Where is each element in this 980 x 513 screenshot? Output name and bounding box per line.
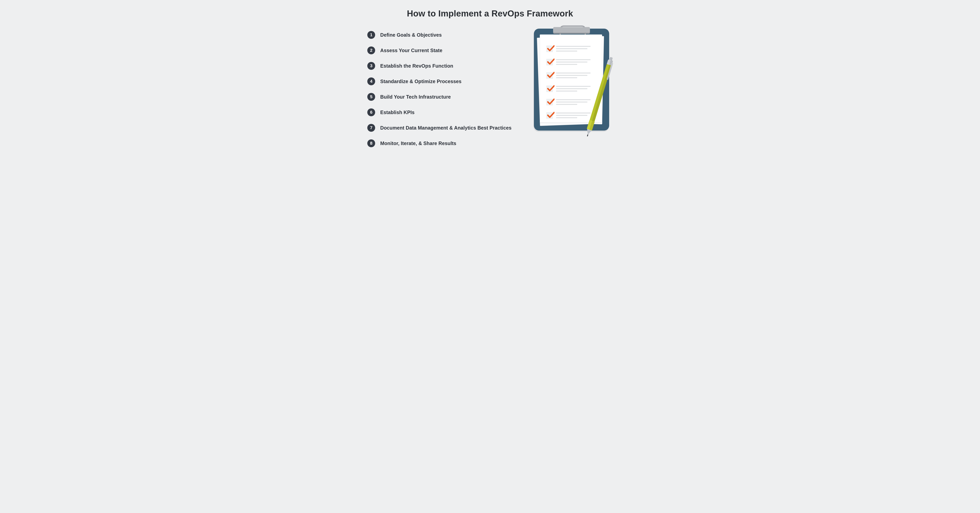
page-title: How to Implement a RevOps Framework — [340, 9, 640, 18]
step-item: 1 Define Goals & Objectives — [367, 31, 524, 39]
text-lines-icon — [556, 86, 595, 93]
step-item: 8 Monitor, Iterate, & Share Results — [367, 139, 524, 147]
step-number-badge: 4 — [367, 77, 375, 85]
step-number-badge: 5 — [367, 93, 375, 101]
checklist-row — [546, 99, 596, 106]
clipboard-illustration — [534, 27, 616, 143]
checklist-row — [546, 58, 596, 66]
step-label: Build Your Tech Infrastructure — [380, 94, 451, 99]
step-label: Establish the RevOps Function — [380, 64, 453, 69]
step-item: 4 Standardize & Optimize Processes — [367, 77, 524, 85]
checkmark-icon — [547, 71, 555, 79]
step-label: Standardize & Optimize Processes — [380, 79, 461, 84]
step-label: Document Data Management & Analytics Bes… — [380, 126, 512, 131]
checklist-row — [546, 112, 596, 119]
step-number-badge: 8 — [367, 139, 375, 147]
step-label: Establish KPIs — [380, 110, 415, 115]
step-number-badge: 1 — [367, 31, 375, 39]
step-number-badge: 6 — [367, 108, 375, 116]
step-item: 3 Establish the RevOps Function — [367, 62, 524, 70]
step-number-badge: 2 — [367, 46, 375, 54]
text-lines-icon — [556, 99, 595, 106]
text-lines-icon — [556, 59, 595, 66]
checkmark-icon — [547, 98, 555, 105]
checklist-row — [546, 85, 596, 93]
pen-cone — [585, 129, 592, 135]
checkmark-icon — [547, 45, 555, 52]
checkmark-icon — [547, 58, 555, 65]
step-label: Assess Your Current State — [380, 48, 442, 53]
step-item: 2 Assess Your Current State — [367, 46, 524, 54]
checklist-row — [546, 72, 596, 80]
step-label: Monitor, Iterate, & Share Results — [380, 141, 456, 146]
text-lines-icon — [556, 46, 595, 53]
checklist-row — [546, 45, 596, 53]
step-item: 7 Document Data Management & Analytics B… — [367, 124, 524, 132]
infographic-stage: How to Implement a RevOps Framework 1 De… — [340, 0, 640, 157]
step-label: Define Goals & Objectives — [380, 33, 442, 37]
clipboard-clip-plate — [553, 27, 590, 34]
step-item: 5 Build Your Tech Infrastructure — [367, 93, 524, 101]
step-item: 6 Establish KPIs — [367, 108, 524, 116]
steps-list: 1 Define Goals & Objectives 2 Assess You… — [367, 31, 524, 155]
step-number-badge: 3 — [367, 62, 375, 70]
step-number-badge: 7 — [367, 124, 375, 132]
text-lines-icon — [556, 73, 595, 80]
checkmark-icon — [547, 112, 555, 119]
checkmark-icon — [547, 85, 555, 92]
